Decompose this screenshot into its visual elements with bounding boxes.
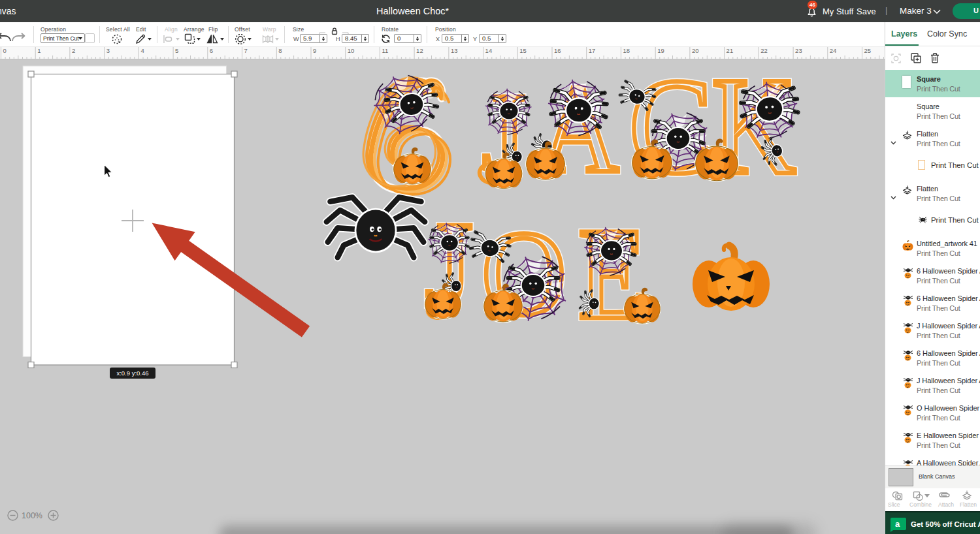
svg-text:23: 23 <box>795 47 802 54</box>
svg-text:8: 8 <box>278 47 282 54</box>
svg-text:25: 25 <box>864 47 872 54</box>
svg-text:9: 9 <box>313 47 316 54</box>
svg-text:21: 21 <box>727 47 734 54</box>
svg-text:2: 2 <box>72 47 75 54</box>
svg-text:3: 3 <box>106 47 110 54</box>
svg-text:16: 16 <box>554 47 561 54</box>
svg-text:24: 24 <box>830 47 837 54</box>
svg-text:5: 5 <box>175 47 178 54</box>
svg-text:1: 1 <box>37 47 41 54</box>
svg-text:4: 4 <box>140 47 144 54</box>
svg-text:12: 12 <box>416 47 423 54</box>
svg-text:0: 0 <box>3 47 7 54</box>
svg-text:13: 13 <box>451 47 458 54</box>
svg-text:11: 11 <box>382 47 388 54</box>
svg-text:E: E <box>578 200 647 347</box>
svg-text:7: 7 <box>244 47 248 54</box>
svg-text:19: 19 <box>657 47 664 54</box>
svg-text:6: 6 <box>210 47 213 54</box>
svg-text:20: 20 <box>692 47 699 54</box>
svg-text:22: 22 <box>760 47 768 54</box>
svg-text:14: 14 <box>485 47 493 54</box>
svg-text:17: 17 <box>589 47 596 54</box>
svg-text:10: 10 <box>348 47 355 54</box>
svg-text:15: 15 <box>519 47 527 54</box>
svg-text:18: 18 <box>623 47 630 54</box>
